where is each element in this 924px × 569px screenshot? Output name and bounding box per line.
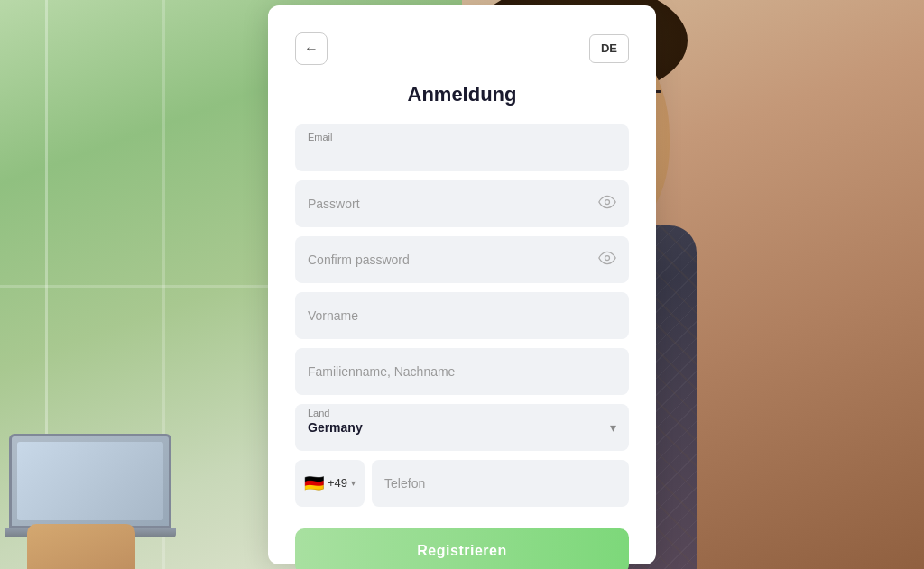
register-button[interactable]: Registrieren	[295, 528, 629, 570]
firstname-input[interactable]	[295, 292, 629, 339]
email-input[interactable]	[295, 124, 629, 171]
confirm-eye-svg	[598, 249, 616, 267]
phone-prefix-button[interactable]: 🇩🇪 +49 ▾	[295, 460, 365, 507]
language-button[interactable]: DE	[589, 34, 629, 63]
country-label: Land	[308, 408, 616, 418]
email-group: Email	[295, 124, 629, 171]
lastname-input[interactable]	[295, 348, 629, 395]
germany-flag-icon: 🇩🇪	[304, 473, 324, 493]
registration-card: ← DE Anmeldung Email	[268, 5, 656, 564]
prefix-chevron-icon: ▾	[351, 478, 356, 488]
card-header: ← DE	[295, 32, 629, 65]
confirm-password-input[interactable]	[295, 236, 629, 283]
firstname-group	[295, 292, 629, 339]
confirm-password-group	[295, 236, 629, 283]
password-toggle-icon[interactable]	[598, 193, 616, 215]
lastname-group	[295, 348, 629, 395]
svg-point-1	[605, 255, 610, 260]
country-select[interactable]: Land Germany	[295, 404, 629, 451]
country-value: Germany	[308, 420, 363, 435]
password-input[interactable]	[295, 180, 629, 227]
phone-input[interactable]	[372, 460, 629, 507]
confirm-password-toggle-icon[interactable]	[598, 249, 616, 271]
country-group: Land Germany ▾	[295, 404, 629, 451]
eye-svg	[598, 193, 616, 211]
form-title: Anmeldung	[295, 83, 629, 106]
country-chevron-icon: ▾	[610, 420, 616, 435]
back-button[interactable]: ←	[295, 32, 328, 65]
phone-prefix-value: +49	[328, 476, 347, 490]
svg-point-0	[605, 199, 610, 204]
password-group	[295, 180, 629, 227]
phone-group: 🇩🇪 +49 ▾	[295, 460, 629, 507]
